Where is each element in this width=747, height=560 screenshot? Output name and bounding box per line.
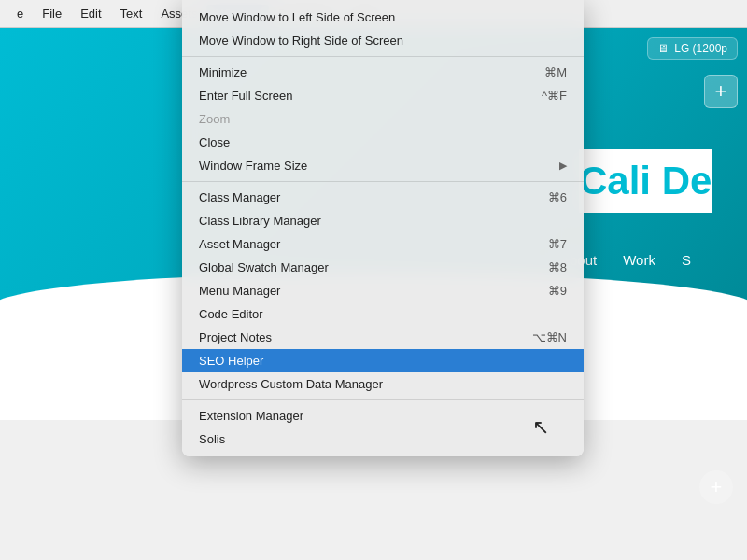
menu-item-shortcut-menu-manager: ⌘9 — [548, 284, 567, 298]
window-dropdown-menu: Move Window to Left Side of ScreenMove W… — [182, 0, 584, 456]
menu-item-class-library[interactable]: Class Library Manager — [182, 209, 584, 232]
dropdown-overlay: Move Window to Left Side of ScreenMove W… — [0, 0, 747, 560]
menu-item-label-minimize: Minimize — [199, 65, 247, 79]
menu-item-label-move-right: Move Window to Right Side of Screen — [199, 34, 403, 48]
separator-after-move-right — [182, 56, 584, 57]
menu-item-label-frame-size: Window Frame Size — [199, 159, 307, 173]
menu-item-label-project-notes: Project Notes — [199, 330, 272, 344]
menu-item-frame-size[interactable]: Window Frame Size▶ — [182, 154, 584, 177]
menu-item-shortcut-global-swatch: ⌘8 — [548, 260, 567, 274]
app-window: { "menubar": { "items": [ { "label": "e"… — [0, 0, 747, 560]
menu-item-label-extension-manager: Extension Manager — [199, 409, 303, 423]
menu-item-shortcut-project-notes: ⌥⌘N — [532, 330, 567, 344]
menu-item-label-seo-helper: SEO Helper — [199, 354, 263, 368]
menu-item-menu-manager[interactable]: Menu Manager⌘9 — [182, 279, 584, 302]
menu-item-asset-manager[interactable]: Asset Manager⌘7 — [182, 232, 584, 256]
menu-item-move-left[interactable]: Move Window to Left Side of Screen — [182, 6, 584, 29]
separator-after-wordpress-custom — [182, 399, 584, 400]
menu-item-shortcut-fullscreen: ^⌘F — [542, 89, 567, 103]
menu-item-shortcut-asset-manager: ⌘7 — [548, 237, 567, 251]
menu-item-label-menu-manager: Menu Manager — [199, 284, 280, 298]
menu-item-minimize[interactable]: Minimize⌘M — [182, 61, 584, 84]
menu-item-arrow-frame-size: ▶ — [559, 160, 567, 172]
menu-item-class-manager[interactable]: Class Manager⌘6 — [182, 186, 584, 209]
menu-item-close[interactable]: Close — [182, 131, 584, 154]
menu-item-label-close: Close — [199, 135, 230, 149]
separator-after-frame-size — [182, 181, 584, 182]
menu-item-solis[interactable]: Solis — [182, 427, 584, 451]
menu-item-code-editor[interactable]: Code Editor — [182, 302, 584, 326]
menu-item-label-wordpress-custom: Wordpress Custom Data Manager — [199, 377, 383, 391]
menu-item-label-zoom: Zoom — [199, 112, 230, 126]
menu-item-project-notes[interactable]: Project Notes⌥⌘N — [182, 326, 584, 349]
menu-item-zoom: Zoom — [182, 107, 584, 131]
menu-item-global-swatch[interactable]: Global Swatch Manager⌘8 — [182, 256, 584, 279]
menu-item-label-global-swatch: Global Swatch Manager — [199, 260, 329, 274]
menu-item-seo-helper[interactable]: SEO Helper — [182, 349, 584, 372]
menu-item-extension-manager[interactable]: Extension Manager — [182, 404, 584, 427]
menu-item-label-asset-manager: Asset Manager — [199, 237, 280, 251]
menu-item-shortcut-class-manager: ⌘6 — [548, 190, 567, 204]
menu-item-label-class-manager: Class Manager — [199, 190, 280, 204]
menu-item-label-code-editor: Code Editor — [199, 307, 263, 321]
menu-item-fullscreen[interactable]: Enter Full Screen^⌘F — [182, 84, 584, 107]
menu-item-move-right[interactable]: Move Window to Right Side of Screen — [182, 29, 584, 52]
menu-item-label-fullscreen: Enter Full Screen — [199, 89, 292, 103]
menu-item-wordpress-custom[interactable]: Wordpress Custom Data Manager — [182, 372, 584, 396]
menu-item-label-solis: Solis — [199, 432, 225, 446]
menu-item-label-class-library: Class Library Manager — [199, 214, 321, 228]
menu-item-label-move-left: Move Window to Left Side of Screen — [199, 10, 395, 24]
menu-item-shortcut-minimize: ⌘M — [544, 65, 567, 79]
